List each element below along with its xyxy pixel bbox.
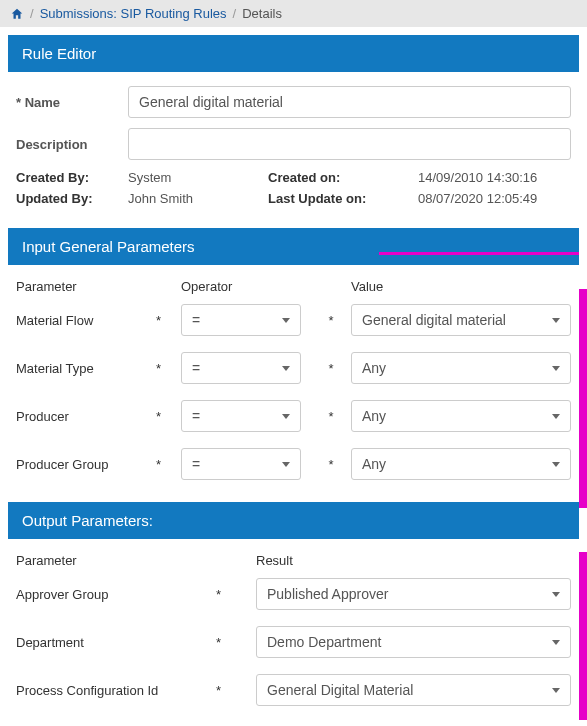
breadcrumb-separator: / <box>30 6 34 21</box>
value-select-material-type[interactable]: Any <box>351 352 571 384</box>
created-on-label: Created on: <box>268 170 418 185</box>
description-input[interactable] <box>128 128 571 160</box>
operator-value: = <box>192 408 200 424</box>
chevron-down-icon <box>552 688 560 693</box>
out-label-process-config-id: Process Configuration Id <box>16 683 216 698</box>
required-asterisk: * <box>156 409 181 424</box>
input-params-header: Input General Parameters <box>8 228 579 265</box>
highlight-marker <box>379 252 579 255</box>
output-header-parameter: Parameter <box>16 553 256 568</box>
breadcrumb-separator: / <box>233 6 237 21</box>
output-params-header: Output Parameters: <box>8 502 579 539</box>
required-asterisk: * <box>156 361 181 376</box>
out-label-approver-group: Approver Group <box>16 587 216 602</box>
operator-value: = <box>192 312 200 328</box>
created-by-value: System <box>128 170 268 185</box>
last-update-value: 08/07/2020 12:05:49 <box>418 191 583 206</box>
required-asterisk: * <box>311 409 351 424</box>
value-text: Any <box>362 360 386 376</box>
value-text: General digital material <box>362 312 506 328</box>
operator-value: = <box>192 360 200 376</box>
description-label: Description <box>16 137 128 152</box>
param-label-material-flow: Material Flow <box>16 313 156 328</box>
updated-by-label: Updated By: <box>16 191 128 206</box>
result-select-department[interactable]: Demo Department <box>256 626 571 658</box>
operator-value: = <box>192 456 200 472</box>
breadcrumb-main-link[interactable]: Submissions: SIP Routing Rules <box>40 6 227 21</box>
operator-select-producer-group[interactable]: = <box>181 448 301 480</box>
value-text: Any <box>362 456 386 472</box>
updated-by-value: John Smith <box>128 191 268 206</box>
required-asterisk: * <box>216 683 256 698</box>
input-header-parameter: Parameter <box>16 279 181 294</box>
chevron-down-icon <box>282 366 290 371</box>
result-select-process-config[interactable]: General Digital Material <box>256 674 571 706</box>
home-icon[interactable] <box>10 7 24 21</box>
chevron-down-icon <box>552 462 560 467</box>
rule-editor-header: Rule Editor <box>8 35 579 72</box>
result-text: Published Approver <box>267 586 388 602</box>
chevron-down-icon <box>552 366 560 371</box>
required-asterisk: * <box>311 313 351 328</box>
param-label-producer-group: Producer Group <box>16 457 156 472</box>
operator-select-producer[interactable]: = <box>181 400 301 432</box>
rule-editor-body: * Name Description Created By: System Cr… <box>8 72 579 220</box>
chevron-down-icon <box>282 462 290 467</box>
created-by-label: Created By: <box>16 170 128 185</box>
operator-select-material-type[interactable]: = <box>181 352 301 384</box>
breadcrumb-current: Details <box>242 6 282 21</box>
last-update-label: Last Update on: <box>268 191 418 206</box>
input-header-operator: Operator <box>181 279 351 294</box>
chevron-down-icon <box>552 414 560 419</box>
operator-select-material-flow[interactable]: = <box>181 304 301 336</box>
value-text: Any <box>362 408 386 424</box>
value-select-producer-group[interactable]: Any <box>351 448 571 480</box>
name-label: * Name <box>16 95 128 110</box>
result-select-approver-group[interactable]: Published Approver <box>256 578 571 610</box>
param-label-producer: Producer <box>16 409 156 424</box>
highlight-marker <box>579 289 587 508</box>
required-asterisk: * <box>156 457 181 472</box>
required-asterisk: * <box>216 587 256 602</box>
created-on-value: 14/09/2010 14:30:16 <box>418 170 583 185</box>
name-input[interactable] <box>128 86 571 118</box>
value-select-material-flow[interactable]: General digital material <box>351 304 571 336</box>
chevron-down-icon <box>552 318 560 323</box>
breadcrumb: / Submissions: SIP Routing Rules / Detai… <box>0 0 587 27</box>
output-header-result: Result <box>256 553 571 568</box>
highlight-marker <box>579 552 587 720</box>
result-text: Demo Department <box>267 634 381 650</box>
result-text: General Digital Material <box>267 682 413 698</box>
chevron-down-icon <box>282 414 290 419</box>
out-label-department: Department <box>16 635 216 650</box>
value-select-producer[interactable]: Any <box>351 400 571 432</box>
param-label-material-type: Material Type <box>16 361 156 376</box>
chevron-down-icon <box>282 318 290 323</box>
required-asterisk: * <box>156 313 181 328</box>
output-params-body: Parameter Result Approver Group * Publis… <box>8 539 579 720</box>
input-params-body: Parameter Operator Value Material Flow *… <box>8 265 579 494</box>
chevron-down-icon <box>552 640 560 645</box>
required-asterisk: * <box>216 635 256 650</box>
required-asterisk: * <box>311 457 351 472</box>
required-asterisk: * <box>311 361 351 376</box>
chevron-down-icon <box>552 592 560 597</box>
input-header-value: Value <box>351 279 571 294</box>
